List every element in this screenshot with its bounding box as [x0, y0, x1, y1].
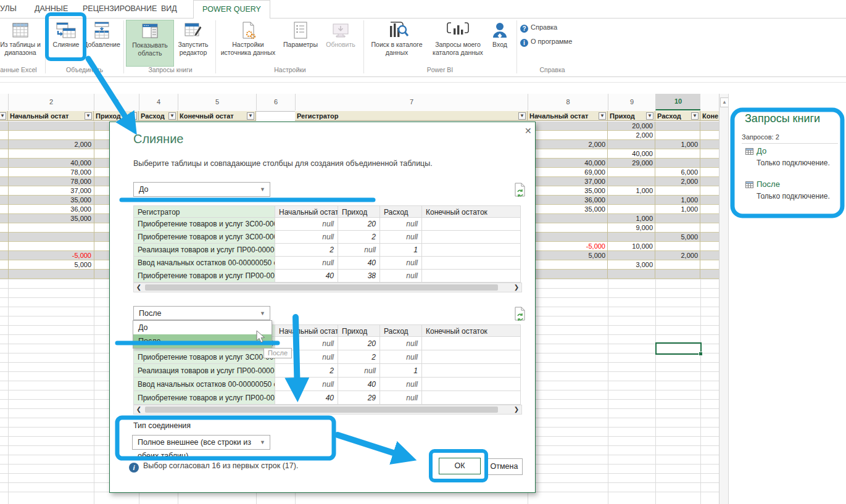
sheet-cell[interactable]: 40,000: [608, 149, 655, 159]
sheet-cell[interactable]: 36,000: [8, 205, 94, 214]
scrollbar-thumb[interactable]: [145, 284, 498, 291]
sign-in-button[interactable]: Вход: [487, 20, 513, 65]
second-table-dropdown[interactable]: После▼: [133, 306, 270, 320]
dropdown-option-before[interactable]: До: [133, 321, 272, 334]
sheet-cell[interactable]: 1,000: [655, 140, 700, 149]
sheet-cell[interactable]: 37,000: [8, 186, 94, 196]
refresh-preview-icon[interactable]: [514, 307, 526, 321]
sheet-cell[interactable]: 2,000: [608, 131, 655, 140]
sheet-cell[interactable]: -5,000: [8, 251, 94, 260]
scrollbar-thumb[interactable]: [145, 407, 498, 413]
sheet-cell[interactable]: -5,000: [528, 242, 608, 251]
sheet-cell[interactable]: 36,000: [528, 196, 608, 205]
sheet-cell[interactable]: 5,000: [528, 251, 608, 260]
tab-view[interactable]: ВИД: [152, 0, 186, 18]
sheet-cell[interactable]: 2,000: [655, 177, 700, 186]
filter-icon[interactable]: ▼: [518, 112, 526, 120]
sheet-header-5[interactable]: Конечный остат▼: [178, 111, 256, 121]
sheet-cell[interactable]: 20,000: [608, 122, 655, 131]
sheet-cell[interactable]: 9,000: [608, 223, 655, 233]
active-cell[interactable]: [655, 342, 702, 355]
sheet-cell[interactable]: 3,000: [608, 260, 655, 270]
first-table-scrollbar[interactable]: ❮ ❯: [133, 283, 522, 292]
filter-icon[interactable]: ▼: [691, 112, 699, 120]
sheet-cell[interactable]: 35,000: [528, 205, 608, 214]
sheet-cell[interactable]: 5,000: [8, 260, 94, 270]
options-button[interactable]: Параметры: [281, 20, 320, 65]
column-header-9[interactable]: 9: [608, 94, 655, 110]
merge-button[interactable]: Слияние: [49, 20, 83, 65]
query-item-after[interactable]: После: [757, 180, 780, 189]
sheet-cell[interactable]: 1,000: [608, 186, 655, 196]
column-header-4[interactable]: 4: [139, 94, 178, 110]
sheet-cell[interactable]: 29,000: [608, 159, 655, 168]
sheet-cell[interactable]: 5,000: [655, 233, 700, 242]
tab-review[interactable]: РЕЦЕНЗИРОВАНИЕ: [74, 0, 165, 18]
column-header-8[interactable]: 8: [528, 94, 608, 110]
column-header-7[interactable]: 7: [295, 94, 528, 110]
scroll-left-icon[interactable]: ❮: [134, 405, 144, 414]
sheet-header-7[interactable]: Регистратор▼: [295, 111, 528, 121]
filter-icon[interactable]: ▼: [247, 112, 254, 120]
filter-icon[interactable]: ▼: [0, 112, 6, 120]
filter-icon[interactable]: ▼: [599, 112, 606, 120]
column-header-5[interactable]: 5: [178, 94, 256, 110]
launch-editor-button[interactable]: Запустить редактор: [173, 20, 213, 65]
sheet-cell[interactable]: 1,000: [655, 196, 700, 205]
ok-button[interactable]: ОК: [439, 458, 481, 474]
sheet-cell[interactable]: 40,000: [8, 159, 94, 168]
tab-data[interactable]: ДАННЫЕ: [26, 0, 77, 18]
sheet-cell[interactable]: 1,000: [655, 205, 700, 214]
sheet-cell[interactable]: 2,000: [8, 140, 94, 149]
sheet-cell[interactable]: 2,000: [655, 251, 700, 260]
tab-formulas[interactable]: УЛЫ: [0, 0, 25, 18]
sheet-cell[interactable]: 35,000: [8, 214, 94, 223]
scroll-left-icon[interactable]: ❮: [134, 283, 144, 292]
column-header-10[interactable]: 10: [655, 94, 700, 110]
datasource-settings-button[interactable]: Настройки источника данных: [217, 20, 279, 65]
filter-icon[interactable]: ▼: [85, 112, 92, 120]
show-pane-button[interactable]: Показывать область: [126, 20, 174, 67]
help-button[interactable]: ?Справка: [520, 22, 557, 32]
sheet-header-8[interactable]: Начальный остат▼: [528, 111, 608, 121]
sheet-header-1[interactable]: ▼: [0, 111, 8, 121]
tab-power-query[interactable]: POWER QUERY: [193, 0, 270, 19]
refresh-preview-icon[interactable]: [514, 183, 526, 197]
filter-icon[interactable]: ▼: [646, 112, 653, 120]
first-table-dropdown[interactable]: До▼: [133, 182, 270, 197]
from-table-button[interactable]: Из таблицы и диапазона: [0, 20, 43, 65]
sheet-cell[interactable]: 40,000: [528, 159, 608, 168]
fill-handle[interactable]: [699, 352, 703, 356]
sheet-cell[interactable]: 2,000: [528, 140, 608, 149]
sheet-cell[interactable]: 35,000: [8, 196, 94, 205]
filter-icon[interactable]: ▼: [130, 112, 137, 120]
sheet-cell[interactable]: 6,000: [655, 168, 700, 177]
column-header-6[interactable]: 6: [256, 94, 295, 110]
sheet-cell[interactable]: 78,000: [8, 168, 94, 177]
scroll-right-icon[interactable]: ❯: [512, 405, 521, 414]
sheet-cell[interactable]: 35,000: [528, 186, 608, 196]
append-button[interactable]: Добавление: [82, 20, 122, 65]
catalog-search-button[interactable]: Поиск в каталоге данных: [368, 20, 426, 65]
cancel-button[interactable]: Отмена: [486, 458, 523, 475]
query-item-before[interactable]: До: [757, 146, 766, 155]
sheet-header-3[interactable]: Приход▼: [94, 111, 139, 121]
dropdown-option-after[interactable]: После: [133, 334, 272, 348]
sheet-header-11[interactable]: Коне: [700, 111, 720, 121]
second-table-scrollbar[interactable]: ❮ ❯: [133, 405, 522, 415]
sheet-cell[interactable]: 78,000: [8, 177, 94, 186]
filter-icon[interactable]: ▼: [168, 112, 176, 120]
column-header-3[interactable]: 3: [94, 94, 139, 110]
close-icon[interactable]: ✕: [525, 126, 532, 136]
join-kind-dropdown[interactable]: Полное внешнее (все строки из обеих табл…: [132, 435, 270, 450]
column-header-2[interactable]: 2: [8, 94, 94, 110]
sheet-cell[interactable]: 37,000: [528, 177, 608, 186]
sheet-cell[interactable]: 10,000: [608, 242, 655, 251]
my-catalog-queries-button[interactable]: Запросы моего каталога данных: [427, 20, 489, 65]
scroll-right-icon[interactable]: ❯: [512, 283, 521, 292]
sheet-header-4[interactable]: Расход▼: [139, 111, 178, 121]
sheet-header-2[interactable]: Начальный остат▼: [8, 111, 94, 121]
scroll-up-icon[interactable]: ▲: [720, 97, 729, 107]
sheet-header-9[interactable]: Приход▼: [608, 111, 655, 121]
sheet-cell[interactable]: 69,000: [528, 168, 608, 177]
